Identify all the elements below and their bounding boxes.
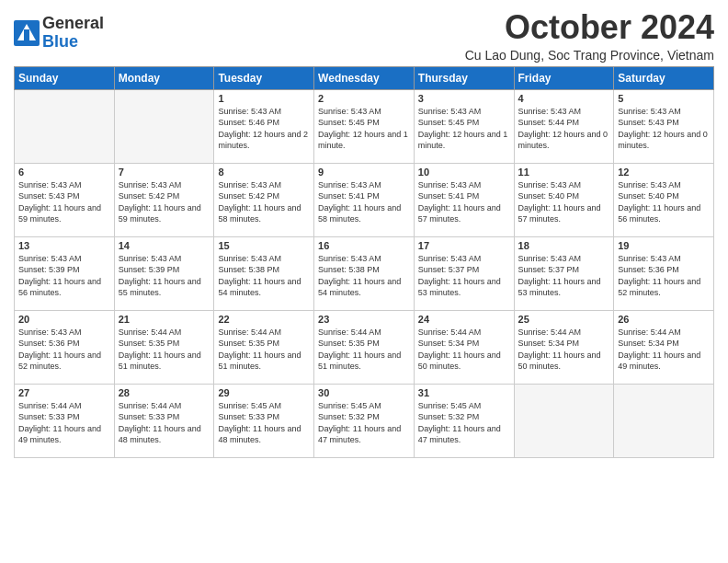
day-info: Sunrise: 5:44 AMSunset: 5:33 PMDaylight:… bbox=[18, 400, 110, 446]
header: General Blue October 2024 Cu Lao Dung, S… bbox=[14, 9, 714, 63]
calendar-day-cell: 19Sunrise: 5:43 AMSunset: 5:36 PMDayligh… bbox=[614, 236, 714, 310]
day-number: 27 bbox=[18, 387, 110, 398]
calendar-day-cell: 11Sunrise: 5:43 AMSunset: 5:40 PMDayligh… bbox=[514, 163, 614, 236]
logo: General Blue bbox=[14, 15, 104, 52]
day-info: Sunrise: 5:45 AMSunset: 5:32 PMDaylight:… bbox=[318, 400, 410, 446]
day-number: 18 bbox=[518, 240, 610, 251]
day-number: 30 bbox=[318, 387, 410, 398]
calendar-day-cell: 4Sunrise: 5:43 AMSunset: 5:44 PMDaylight… bbox=[514, 89, 614, 163]
calendar-day-cell: 6Sunrise: 5:43 AMSunset: 5:43 PMDaylight… bbox=[15, 163, 115, 236]
day-info: Sunrise: 5:45 AMSunset: 5:33 PMDaylight:… bbox=[218, 400, 310, 446]
calendar-day-cell: 28Sunrise: 5:44 AMSunset: 5:33 PMDayligh… bbox=[114, 384, 214, 457]
calendar-day-cell: 30Sunrise: 5:45 AMSunset: 5:32 PMDayligh… bbox=[314, 384, 415, 457]
calendar-day-cell bbox=[614, 384, 714, 457]
day-info: Sunrise: 5:43 AMSunset: 5:37 PMDaylight:… bbox=[418, 253, 510, 299]
logo-text: General Blue bbox=[42, 15, 104, 52]
calendar-day-cell: 15Sunrise: 5:43 AMSunset: 5:38 PMDayligh… bbox=[214, 236, 314, 310]
calendar-day-cell: 8Sunrise: 5:43 AMSunset: 5:42 PMDaylight… bbox=[214, 163, 314, 236]
calendar-day-cell: 2Sunrise: 5:43 AMSunset: 5:45 PMDaylight… bbox=[314, 89, 415, 163]
calendar-table: SundayMondayTuesdayWednesdayThursdayFrid… bbox=[14, 66, 714, 458]
day-info: Sunrise: 5:44 AMSunset: 5:34 PMDaylight:… bbox=[518, 327, 610, 373]
day-info: Sunrise: 5:43 AMSunset: 5:41 PMDaylight:… bbox=[318, 179, 410, 225]
calendar-weekday-header: Sunday bbox=[15, 66, 115, 89]
day-info: Sunrise: 5:44 AMSunset: 5:35 PMDaylight:… bbox=[318, 327, 410, 373]
calendar-week-row: 1Sunrise: 5:43 AMSunset: 5:46 PMDaylight… bbox=[15, 89, 714, 163]
day-info: Sunrise: 5:44 AMSunset: 5:34 PMDaylight:… bbox=[418, 327, 510, 373]
day-number: 8 bbox=[218, 167, 310, 178]
calendar-day-cell: 16Sunrise: 5:43 AMSunset: 5:38 PMDayligh… bbox=[314, 236, 415, 310]
calendar-day-cell: 14Sunrise: 5:43 AMSunset: 5:39 PMDayligh… bbox=[114, 236, 214, 310]
calendar-week-row: 6Sunrise: 5:43 AMSunset: 5:43 PMDaylight… bbox=[15, 163, 714, 236]
day-number: 22 bbox=[218, 314, 310, 325]
day-info: Sunrise: 5:43 AMSunset: 5:43 PMDaylight:… bbox=[618, 106, 710, 152]
title-area: October 2024 Cu Lao Dung, Soc Trang Prov… bbox=[465, 9, 714, 63]
calendar-day-cell bbox=[15, 89, 115, 163]
day-info: Sunrise: 5:43 AMSunset: 5:44 PMDaylight:… bbox=[518, 106, 610, 152]
day-number: 14 bbox=[119, 240, 210, 251]
calendar-weekday-header: Friday bbox=[514, 66, 614, 89]
calendar-day-cell: 31Sunrise: 5:45 AMSunset: 5:32 PMDayligh… bbox=[414, 384, 514, 457]
calendar-day-cell: 22Sunrise: 5:44 AMSunset: 5:35 PMDayligh… bbox=[214, 310, 314, 384]
calendar-day-cell: 26Sunrise: 5:44 AMSunset: 5:34 PMDayligh… bbox=[614, 310, 714, 384]
calendar-day-cell: 5Sunrise: 5:43 AMSunset: 5:43 PMDaylight… bbox=[614, 89, 714, 163]
day-number: 20 bbox=[18, 314, 110, 325]
calendar-weekday-header: Tuesday bbox=[214, 66, 314, 89]
day-number: 1 bbox=[218, 93, 310, 104]
day-number: 19 bbox=[618, 240, 710, 251]
calendar-day-cell: 24Sunrise: 5:44 AMSunset: 5:34 PMDayligh… bbox=[414, 310, 514, 384]
day-info: Sunrise: 5:43 AMSunset: 5:39 PMDaylight:… bbox=[119, 253, 210, 299]
month-title: October 2024 bbox=[465, 9, 714, 46]
day-info: Sunrise: 5:44 AMSunset: 5:35 PMDaylight:… bbox=[218, 327, 310, 373]
day-info: Sunrise: 5:43 AMSunset: 5:36 PMDaylight:… bbox=[18, 327, 110, 373]
calendar-day-cell: 1Sunrise: 5:43 AMSunset: 5:46 PMDaylight… bbox=[214, 89, 314, 163]
day-info: Sunrise: 5:43 AMSunset: 5:42 PMDaylight:… bbox=[218, 179, 310, 225]
day-number: 3 bbox=[418, 93, 510, 104]
calendar-day-cell: 29Sunrise: 5:45 AMSunset: 5:33 PMDayligh… bbox=[214, 384, 314, 457]
day-info: Sunrise: 5:43 AMSunset: 5:40 PMDaylight:… bbox=[518, 179, 610, 225]
day-number: 17 bbox=[418, 240, 510, 251]
day-number: 9 bbox=[318, 167, 410, 178]
day-info: Sunrise: 5:43 AMSunset: 5:37 PMDaylight:… bbox=[518, 253, 610, 299]
day-info: Sunrise: 5:43 AMSunset: 5:45 PMDaylight:… bbox=[318, 106, 410, 152]
day-info: Sunrise: 5:45 AMSunset: 5:32 PMDaylight:… bbox=[418, 400, 510, 446]
day-info: Sunrise: 5:43 AMSunset: 5:39 PMDaylight:… bbox=[18, 253, 110, 299]
calendar-day-cell: 21Sunrise: 5:44 AMSunset: 5:35 PMDayligh… bbox=[114, 310, 214, 384]
calendar-day-cell: 27Sunrise: 5:44 AMSunset: 5:33 PMDayligh… bbox=[15, 384, 115, 457]
calendar-body: 1Sunrise: 5:43 AMSunset: 5:46 PMDaylight… bbox=[15, 89, 714, 457]
calendar-day-cell: 23Sunrise: 5:44 AMSunset: 5:35 PMDayligh… bbox=[314, 310, 415, 384]
day-number: 12 bbox=[618, 167, 710, 178]
day-info: Sunrise: 5:43 AMSunset: 5:38 PMDaylight:… bbox=[218, 253, 310, 299]
calendar-weekday-header: Thursday bbox=[414, 66, 514, 89]
day-info: Sunrise: 5:43 AMSunset: 5:43 PMDaylight:… bbox=[18, 179, 110, 225]
day-number: 29 bbox=[218, 387, 310, 398]
day-info: Sunrise: 5:44 AMSunset: 5:35 PMDaylight:… bbox=[119, 327, 210, 373]
calendar-day-cell: 25Sunrise: 5:44 AMSunset: 5:34 PMDayligh… bbox=[514, 310, 614, 384]
day-number: 4 bbox=[518, 93, 610, 104]
day-info: Sunrise: 5:43 AMSunset: 5:45 PMDaylight:… bbox=[418, 106, 510, 152]
location-title: Cu Lao Dung, Soc Trang Province, Vietnam bbox=[465, 48, 714, 63]
calendar-day-cell: 18Sunrise: 5:43 AMSunset: 5:37 PMDayligh… bbox=[514, 236, 614, 310]
day-info: Sunrise: 5:43 AMSunset: 5:36 PMDaylight:… bbox=[618, 253, 710, 299]
day-number: 31 bbox=[418, 387, 510, 398]
calendar-day-cell: 9Sunrise: 5:43 AMSunset: 5:41 PMDaylight… bbox=[314, 163, 415, 236]
calendar-day-cell: 12Sunrise: 5:43 AMSunset: 5:40 PMDayligh… bbox=[614, 163, 714, 236]
day-number: 10 bbox=[418, 167, 510, 178]
day-number: 6 bbox=[18, 167, 110, 178]
day-number: 2 bbox=[318, 93, 410, 104]
calendar-day-cell: 7Sunrise: 5:43 AMSunset: 5:42 PMDaylight… bbox=[114, 163, 214, 236]
calendar-day-cell: 20Sunrise: 5:43 AMSunset: 5:36 PMDayligh… bbox=[15, 310, 115, 384]
day-info: Sunrise: 5:44 AMSunset: 5:34 PMDaylight:… bbox=[618, 327, 710, 373]
calendar-day-cell: 10Sunrise: 5:43 AMSunset: 5:41 PMDayligh… bbox=[414, 163, 514, 236]
day-number: 24 bbox=[418, 314, 510, 325]
day-info: Sunrise: 5:43 AMSunset: 5:46 PMDaylight:… bbox=[218, 106, 310, 152]
day-number: 21 bbox=[119, 314, 210, 325]
calendar-weekday-header: Saturday bbox=[614, 66, 714, 89]
day-number: 5 bbox=[618, 93, 710, 104]
day-number: 25 bbox=[518, 314, 610, 325]
calendar-header-row: SundayMondayTuesdayWednesdayThursdayFrid… bbox=[15, 66, 714, 89]
calendar-day-cell: 13Sunrise: 5:43 AMSunset: 5:39 PMDayligh… bbox=[15, 236, 115, 310]
logo-icon bbox=[14, 20, 40, 46]
day-number: 16 bbox=[318, 240, 410, 251]
day-number: 13 bbox=[18, 240, 110, 251]
calendar-weekday-header: Monday bbox=[114, 66, 214, 89]
